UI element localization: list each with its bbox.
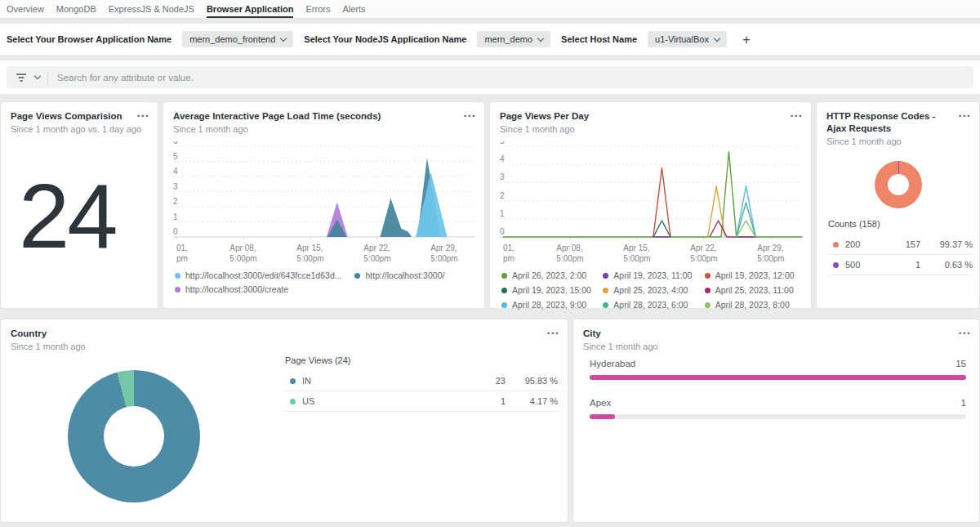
svg-text:5: 5 — [173, 152, 178, 161]
browser-app-label: Select Your Browser Application Name — [7, 34, 172, 44]
panel-subtitle: Since 1 month ago — [163, 123, 484, 134]
legend-item[interactable]: April 28, 2023, 6:00 — [603, 300, 704, 310]
browser-app-select[interactable]: mern_demo_frontend — [182, 31, 293, 47]
legend-item[interactable]: April 28, 2023, 8:00 — [705, 300, 806, 310]
tab-overview[interactable]: Overview — [7, 0, 44, 18]
chevron-down-icon — [280, 34, 287, 41]
http-response-codes-donut[interactable] — [875, 161, 922, 208]
panel-title: HTTP Response Codes - Ajax Requests — [817, 102, 979, 135]
facet-percent: 0.63 % — [920, 260, 973, 270]
legend-item[interactable]: http://localhost:3000/edit/643fcce1d63d.… — [175, 270, 341, 280]
legend-label: April 19, 2023, 12:00 — [715, 270, 795, 280]
host-select[interactable]: u1-VirtualBox — [648, 31, 727, 47]
tab-browser-application[interactable]: Browser Application — [207, 0, 294, 18]
facet-value: 1 — [463, 396, 506, 406]
search-panel — [0, 60, 980, 94]
facet-row-200[interactable]: 20015799.37 % — [828, 234, 973, 254]
filter-funnel-icon[interactable] — [15, 72, 28, 83]
chevron-down-icon — [714, 34, 720, 41]
panel-menu-button[interactable]: ... — [136, 105, 149, 119]
country-table: Page Views (24) IN2395.83 %US14.17 % — [285, 355, 558, 412]
facet-dot-icon — [833, 262, 839, 268]
x-tick-label: Apr 15, 5:00pm — [623, 243, 650, 264]
x-tick-label: Apr 15, 5:00pm — [296, 243, 323, 264]
panel-menu-button[interactable]: ... — [790, 105, 803, 119]
x-tick-label: Apr 08, 5:00pm — [556, 243, 583, 264]
legend-dot-icon — [501, 273, 507, 279]
chevron-down-icon[interactable] — [34, 73, 41, 79]
bar-track — [590, 414, 966, 419]
divider — [47, 71, 48, 84]
panel-menu-button[interactable]: ... — [463, 105, 476, 119]
legend-item[interactable]: April 28, 2023, 9:00 — [501, 300, 603, 310]
panel-title: City — [573, 319, 979, 340]
legend-dot-icon — [705, 302, 710, 308]
avg-page-load-time-x-axis: 01, pmApr 08, 5:00pmApr 15, 5:00pmApr 22… — [170, 240, 479, 265]
facet-percent: 99.37 % — [920, 239, 973, 249]
legend-dot-icon — [501, 302, 507, 308]
city-bar-apex[interactable]: Apex1 — [590, 398, 966, 419]
facet-row-IN[interactable]: IN2395.83 % — [285, 371, 558, 391]
tab-expressjs-nodejs[interactable]: ExpressJS & NodeJS — [109, 0, 194, 18]
donut-hole — [888, 174, 909, 195]
bar-label-row: Apex1 — [590, 398, 966, 408]
svg-text:3: 3 — [500, 172, 505, 181]
legend-item[interactable]: April 19, 2023, 11:00 — [603, 270, 704, 280]
http-response-codes-table: Counts (158) 20015799.37 %50010.63 % — [828, 219, 973, 275]
chevron-down-icon — [537, 34, 544, 41]
svg-text:2: 2 — [500, 191, 505, 200]
legend-dot-icon — [501, 288, 507, 293]
tab-errors[interactable]: Errors — [305, 0, 330, 18]
facet-row-500[interactable]: 50010.63 % — [828, 254, 973, 275]
search-input[interactable] — [56, 72, 965, 83]
page-views-per-day-x-axis: 01, pmApr 08, 5:00pmApr 15, 5:00pmApr 22… — [497, 240, 806, 265]
add-filter-button[interactable]: + — [742, 33, 751, 47]
donut-hole — [104, 406, 164, 467]
legend-label: April 26, 2023, 2:00 — [512, 270, 586, 280]
legend-item[interactable]: April 25, 2023, 11:00 — [705, 285, 806, 295]
avg-page-load-time-chart: 012345601, pmApr 08, 5:00pmApr 15, 5:00p… — [170, 141, 479, 305]
x-tick-label: 01, pm — [176, 243, 188, 264]
facet-label: 200 — [845, 239, 878, 249]
tab-alerts[interactable]: Alerts — [342, 0, 365, 18]
city-bar-hyderabad[interactable]: Hyderabad15 — [590, 359, 966, 380]
host-value: u1-VirtualBox — [655, 34, 709, 44]
panel-menu-button[interactable]: ... — [546, 323, 559, 337]
legend-dot-icon — [175, 287, 180, 293]
host-label: Select Host Name — [561, 34, 637, 44]
facet-dot-icon — [833, 242, 839, 248]
panel-menu-button[interactable]: ... — [958, 323, 971, 337]
page-views-per-day-plot[interactable]: 012345 — [497, 141, 806, 239]
legend-item[interactable]: http://localhost:3000/ — [354, 270, 444, 280]
panel-subtitle: Since 1 month ago — [1, 340, 568, 351]
svg-text:1: 1 — [500, 209, 505, 218]
filter-bar: Select Your Browser Application Name mer… — [0, 24, 980, 55]
facet-value: 1 — [878, 260, 920, 270]
country-donut[interactable] — [68, 370, 200, 502]
bar-fill — [590, 375, 966, 380]
legend-item[interactable]: April 25, 2023, 4:00 — [603, 285, 704, 295]
svg-text:6: 6 — [173, 141, 178, 145]
facet-row-US[interactable]: US14.17 % — [285, 391, 558, 412]
svg-text:2: 2 — [173, 197, 178, 206]
panel-menu-button[interactable]: ... — [958, 105, 971, 119]
legend-item[interactable]: April 26, 2023, 2:00 — [501, 270, 603, 280]
facet-percent: 95.83 % — [506, 376, 558, 386]
x-tick-label: Apr 22, 5:00pm — [690, 243, 717, 264]
x-tick-label: Apr 08, 5:00pm — [229, 243, 256, 264]
facet-percent: 4.17 % — [506, 396, 558, 406]
svg-text:4: 4 — [500, 154, 505, 163]
panel-title: Page Views Per Day — [490, 102, 811, 123]
panel-subtitle: Since 1 month ago — [573, 340, 979, 351]
legend-dot-icon — [705, 273, 710, 279]
avg-page-load-time-plot[interactable]: 0123456 — [170, 141, 479, 239]
svg-text:5: 5 — [500, 141, 505, 145]
legend-dot-icon — [603, 273, 608, 279]
tab-mongodb[interactable]: MongoDB — [56, 0, 96, 18]
facet-value: 157 — [878, 239, 920, 249]
legend-item[interactable]: http://localhost:3000/create — [175, 284, 288, 294]
legend-item[interactable]: April 19, 2023, 12:00 — [705, 270, 806, 280]
panel-subtitle: Since 1 month ago — [490, 123, 811, 134]
legend-item[interactable]: April 19, 2023, 15:00 — [501, 285, 603, 295]
nodejs-app-select[interactable]: mern_demo — [477, 31, 550, 47]
